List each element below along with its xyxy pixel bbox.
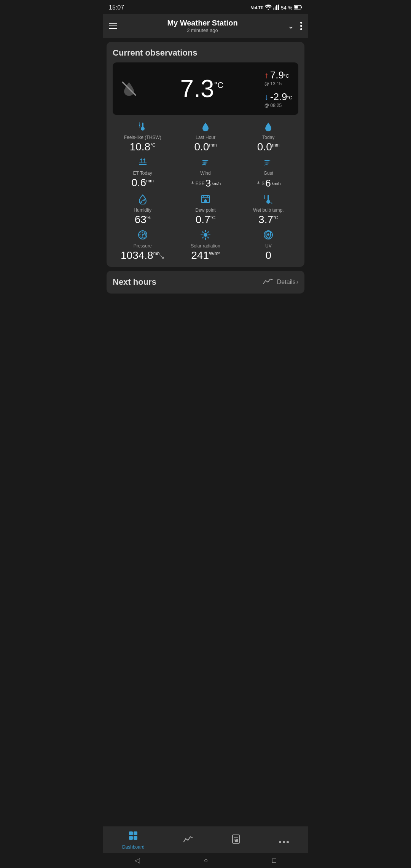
wind-speed-unit: km/h (212, 181, 221, 186)
et-today-label: ET Today (133, 171, 152, 176)
rain-off-icon (119, 78, 139, 99)
status-icons: VoLTE 54 % (251, 5, 302, 11)
nav-more[interactable] (279, 835, 289, 846)
details-label: Details (277, 279, 296, 286)
stat-today-rain: Today 0.0mm (239, 121, 298, 152)
more-nav-icon (279, 835, 289, 846)
battery-icon (294, 5, 302, 11)
reports-icon (232, 834, 240, 846)
stats-grid: Feels-like (THSW) 10.8°C Last Hour 0.0mm… (113, 121, 298, 261)
max-temp-value: 7.9 (270, 69, 284, 81)
nav-reports[interactable] (232, 834, 240, 846)
battery-level: 54 % (281, 5, 292, 11)
signal-icon (273, 5, 279, 11)
status-bar: 15:07 VoLTE 54 % (103, 0, 308, 14)
svg-marker-15 (191, 181, 194, 184)
last-updated: 2 minutes ago (121, 27, 284, 33)
header-left (109, 23, 117, 29)
svg-line-40 (208, 232, 209, 233)
feels-like-label: Feels-like (THSW) (124, 135, 161, 140)
max-temp-time: @ 13:15 (264, 81, 282, 86)
arrow-down-icon: ↓ (264, 92, 269, 102)
header-right: ⌄ (288, 21, 302, 30)
last-hour-value: 0.0mm (194, 142, 217, 152)
stat-last-hour-rain: Last Hour 0.0mm (175, 121, 235, 152)
hamburger-menu-button[interactable] (109, 23, 117, 29)
gust-icon (263, 157, 274, 169)
stat-humidity: Humidity 63% (113, 194, 172, 225)
min-temp-time: @ 08:25 (264, 103, 282, 108)
svg-point-44 (267, 233, 269, 236)
temp-unit: °C (214, 80, 224, 90)
wet-bulb-label: Wet bulb temp. (253, 207, 284, 213)
last-hour-label: Last Hour (196, 135, 215, 140)
max-temp-row: ↑ 7.9 °C @ 13:15 (264, 69, 289, 86)
feels-like-value: 10.8°C (130, 142, 156, 152)
thermometer-wave-icon (137, 121, 148, 133)
dew-point-icon (200, 194, 211, 206)
stat-dew-point: Dew point 0.7°C (175, 194, 235, 225)
svg-point-24 (266, 200, 270, 204)
svg-point-32 (142, 234, 143, 236)
temperature-banner: 7.3 °C ↑ 7.9 °C @ 13:15 ↓ -2.9 °C @ 08:2… (113, 62, 298, 115)
gust-direction-label: S (261, 181, 264, 186)
header: My Weather Station 2 minutes ago ⌄ (103, 14, 308, 38)
svg-point-33 (204, 233, 207, 237)
stat-wet-bulb: Wet bulb temp. 3.7°C (239, 194, 298, 225)
svg-point-17 (140, 201, 142, 203)
svg-point-8 (300, 25, 302, 27)
graph-icon (183, 835, 193, 846)
status-time: 15:07 (109, 4, 124, 11)
temp-minmax: ↑ 7.9 °C @ 13:15 ↓ -2.9 °C @ 08:25 (264, 69, 292, 108)
svg-rect-46 (134, 831, 137, 835)
wind-direction-arrow (190, 181, 195, 186)
stat-solar-radiation: Solar radiation 241W/m² (175, 230, 235, 261)
wind-value-container: ESE 3 km/h (190, 177, 221, 189)
dew-point-value: 0.7°C (196, 214, 215, 225)
solar-radiation-value: 241W/m² (191, 250, 220, 261)
nav-graph[interactable] (183, 835, 193, 846)
dashboard-label: Dashboard (122, 844, 145, 850)
details-link[interactable]: Details › (277, 279, 298, 286)
min-temp-unit: °C (287, 95, 292, 101)
dew-point-label: Dew point (195, 207, 215, 213)
svg-rect-50 (234, 837, 238, 838)
svg-rect-53 (236, 839, 238, 842)
stat-feels-like: Feels-like (THSW) 10.8°C (113, 121, 172, 152)
temp-value: 7.3 (180, 77, 214, 101)
chart-icon[interactable] (263, 277, 273, 287)
svg-rect-5 (295, 6, 298, 8)
more-options-button[interactable] (300, 22, 302, 30)
min-temp-row: ↓ -2.9 °C @ 08:25 (264, 91, 292, 108)
current-temperature: 7.3 °C (180, 77, 224, 101)
wind-icon (200, 157, 211, 169)
dropdown-button[interactable]: ⌄ (288, 21, 294, 30)
back-button[interactable]: ◁ (135, 856, 140, 865)
recent-button[interactable]: □ (272, 857, 276, 865)
svg-rect-48 (134, 836, 137, 840)
section-title: Current observations (113, 48, 298, 58)
svg-point-12 (141, 127, 145, 131)
uv-icon (263, 230, 274, 242)
wind-label: Wind (200, 171, 210, 176)
nav-dashboard[interactable]: Dashboard (122, 831, 145, 850)
svg-rect-47 (129, 836, 133, 840)
wet-bulb-value: 3.7°C (258, 214, 278, 225)
humidity-icon (137, 194, 148, 206)
gust-speed-value: 6 (265, 177, 271, 189)
today-rain-label: Today (262, 135, 274, 140)
humidity-value: 63% (135, 214, 151, 225)
header-center: My Weather Station 2 minutes ago (117, 19, 288, 33)
svg-point-55 (279, 841, 281, 843)
svg-rect-23 (268, 195, 269, 200)
max-temp-unit: °C (284, 73, 289, 79)
next-hours-right: Details › (263, 277, 298, 287)
solar-radiation-label: Solar radiation (191, 243, 220, 249)
next-hours-card: Next hours Details › (107, 271, 304, 294)
next-hours-title: Next hours (113, 277, 156, 287)
home-button[interactable]: ○ (204, 857, 208, 865)
uv-label: UV (265, 243, 272, 249)
gust-value-container: S 6 km/h (256, 177, 280, 189)
svg-point-56 (283, 841, 285, 843)
wind-direction-label: ESE (196, 181, 205, 186)
